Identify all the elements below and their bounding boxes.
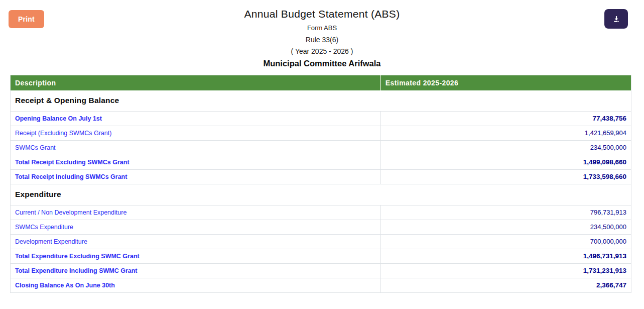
section-title: Expenditure [11,184,631,205]
budget-table: Description Estimated 2025-2026 Receipt … [10,75,631,293]
rule-subtitle: Rule 33(6) [0,36,644,44]
row-label: Current / Non Development Expenditure [11,205,381,220]
row-value: 1,496,731,913 [380,249,631,263]
download-icon [612,15,620,23]
row-label: Closing Balance As On June 30th [11,278,381,292]
table-row: Total Receipt Including SWMCs Grant 1,73… [11,169,631,184]
print-button[interactable]: Print [9,10,44,28]
table-row: Development Expenditure 700,000,000 [11,234,631,249]
row-label: Total Expenditure Including SWMC Grant [11,263,381,278]
table-row: SWMCs Grant 234,500,000 [11,140,631,155]
download-button[interactable] [604,9,628,29]
row-label: Total Expenditure Excluding SWMC Grant [11,249,381,263]
budget-table-container: Description Estimated 2025-2026 Receipt … [10,75,631,293]
row-label: Total Receipt Including SWMCs Grant [11,169,381,184]
row-value: 234,500,000 [380,220,631,234]
row-value: 1,421,659,904 [380,126,631,140]
column-header-description: Description [11,75,381,90]
table-row: Opening Balance On July 1st 77,438,756 [11,111,631,126]
row-value: 77,438,756 [380,111,631,126]
section-row-expenditure: Expenditure [11,184,631,205]
table-row: Total Receipt Excluding SWMCs Grant 1,49… [11,155,631,169]
table-row: Receipt (Excluding SWMCs Grant) 1,421,65… [11,126,631,140]
row-value: 1,499,098,660 [380,155,631,169]
year-subtitle: ( Year 2025 - 2026 ) [0,47,644,55]
row-value: 700,000,000 [380,234,631,249]
form-subtitle: Form ABS [0,24,644,32]
row-label: Total Receipt Excluding SWMCs Grant [11,155,381,169]
page-title: Annual Budget Statement (ABS) [0,8,644,20]
table-row: Total Expenditure Including SWMC Grant 1… [11,263,631,278]
row-value: 796,731,913 [380,205,631,220]
title-block: Annual Budget Statement (ABS) Form ABS R… [0,0,644,68]
row-value: 234,500,000 [380,140,631,155]
table-row: Total Expenditure Excluding SWMC Grant 1… [11,249,631,263]
table-row: Current / Non Development Expenditure 79… [11,205,631,220]
page-header: Print Annual Budget Statement (ABS) Form… [0,0,644,70]
row-value: 2,366,747 [380,278,631,292]
table-row: SWMCs Expenditure 234,500,000 [11,220,631,234]
row-label: SWMCs Grant [11,140,381,155]
row-label: Receipt (Excluding SWMCs Grant) [11,126,381,140]
table-row: Closing Balance As On June 30th 2,366,74… [11,278,631,292]
row-value: 1,733,598,660 [380,169,631,184]
row-label: Opening Balance On July 1st [11,111,381,126]
row-label: Development Expenditure [11,234,381,249]
table-header-row: Description Estimated 2025-2026 [11,75,631,90]
section-title: Receipt & Opening Balance [11,90,631,112]
row-value: 1,731,231,913 [380,263,631,278]
section-row-receipt: Receipt & Opening Balance [11,90,631,112]
row-label: SWMCs Expenditure [11,220,381,234]
committee-name: Municipal Committee Arifwala [0,59,644,68]
column-header-estimated: Estimated 2025-2026 [380,75,631,90]
